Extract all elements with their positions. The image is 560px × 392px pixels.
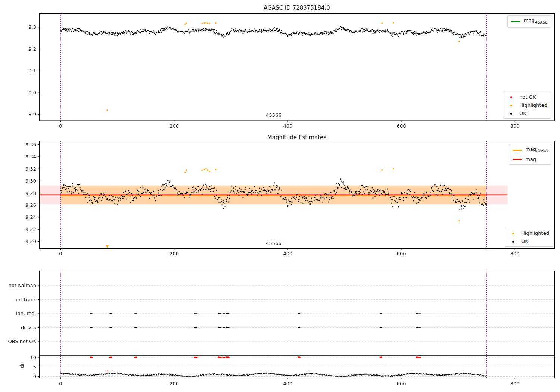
figure-canvas xyxy=(0,0,560,392)
dr-tick-label: 10 xyxy=(14,355,36,360)
plot2-ytick-label: 9.20 xyxy=(14,239,36,244)
legend-label-sub: AGASC xyxy=(535,20,548,24)
legend-label-main: mag xyxy=(525,146,536,152)
highlighted-marker-swatch xyxy=(510,105,512,106)
plot3-xtick-label: 600 xyxy=(392,381,411,386)
flag-category-label: not Kalman xyxy=(2,283,36,288)
legend-plot1-markers: not OK Highlighted OK xyxy=(503,92,551,119)
plot1-xtick-label: 400 xyxy=(279,123,297,129)
plot2-ytick-label: 9.26 xyxy=(14,202,36,208)
highlighted-legend-label: Highlighted xyxy=(519,102,547,109)
plot1-ytick-label: 9.2 xyxy=(14,46,36,52)
mag-obsid-legend-label: magOBSID xyxy=(525,146,548,155)
plot3-xtick-label: 0 xyxy=(52,381,70,386)
plot2-obsid-annotation: 45566 xyxy=(255,240,292,246)
plot1-ytick-label: 8.9 xyxy=(14,112,36,117)
legend-row: OK xyxy=(507,110,547,117)
highlighted-marker-swatch xyxy=(512,233,514,234)
mag-agasc-legend-label: magAGASC xyxy=(524,17,547,26)
dr-tick-label: 5 xyxy=(14,364,36,370)
legend-label-sub: OBSID xyxy=(536,149,548,153)
swatch-cell xyxy=(507,113,516,115)
plot1-obsid-annotation: 45566 xyxy=(255,112,292,118)
plot2-ytick-label: 9.30 xyxy=(14,178,36,184)
plot1-ytick-label: 9.3 xyxy=(14,24,36,30)
legend-row: mag xyxy=(513,156,548,163)
legend-row: Highlighted xyxy=(508,230,549,237)
mag-legend-label: mag xyxy=(525,156,536,163)
ok-marker-swatch xyxy=(512,241,514,243)
plot1-ytick-label: 9.1 xyxy=(14,68,36,74)
mag-line-swatch xyxy=(513,159,522,160)
figure: AGASC ID 728375184.0 Magnitude Estimates… xyxy=(0,0,560,392)
flag-category-label: Ion. rad. xyxy=(2,311,36,316)
plot2-title: Magnitude Estimates xyxy=(39,134,554,141)
plot2-ytick-label: 9.32 xyxy=(14,166,36,172)
legend-row: magOBSID xyxy=(513,146,548,155)
plot2-xtick-label: 800 xyxy=(505,251,524,256)
plot2-ytick-label: 9.22 xyxy=(14,227,36,232)
plot1-xtick-label: 0 xyxy=(52,123,70,129)
highlighted-legend-label: Highlighted xyxy=(521,230,549,237)
ok-marker-swatch xyxy=(510,113,512,115)
legend-row: magAGASC xyxy=(511,17,547,26)
flag-category-label: dr > 5 xyxy=(2,325,36,330)
ok-legend-label: OK xyxy=(521,238,528,245)
legend-mag-lines: magOBSID mag xyxy=(509,144,551,165)
legend-mag-agasc: magAGASC xyxy=(507,15,551,28)
plot1-title: AGASC ID 728375184.0 xyxy=(39,4,554,11)
swatch-cell xyxy=(508,241,518,243)
plot3-xtick-label: 200 xyxy=(165,381,184,386)
legend-row: Highlighted xyxy=(507,102,547,109)
plot2-ytick-label: 9.34 xyxy=(14,154,36,159)
plot2-ytick-label: 9.28 xyxy=(14,190,36,196)
legend-plot2-markers: Highlighted OK xyxy=(505,228,553,247)
swatch-cell xyxy=(507,96,516,98)
mag-agasc-line-swatch xyxy=(511,21,520,22)
dr-tick-label: 0 xyxy=(14,374,36,379)
swatch-cell xyxy=(508,233,518,234)
plot2-ytick-label: 9.24 xyxy=(14,214,36,220)
legend-row: OK xyxy=(508,238,549,245)
plot2-ytick-label: 9.36 xyxy=(14,142,36,147)
not-ok-marker-swatch xyxy=(510,96,512,98)
plot2-xtick-label: 600 xyxy=(392,251,411,256)
plot3-xtick-label: 800 xyxy=(505,381,524,386)
plot2-xtick-label: 400 xyxy=(279,251,297,256)
swatch-cell xyxy=(507,105,516,106)
plot2-xtick-label: 200 xyxy=(165,251,184,256)
plot3-xtick-label: 400 xyxy=(279,381,297,386)
legend-label-main: mag xyxy=(524,18,535,23)
plot1-xtick-label: 600 xyxy=(392,123,411,129)
not-ok-legend-label: not OK xyxy=(519,94,536,100)
plot1-ytick-label: 9.0 xyxy=(14,90,36,96)
plot1-xtick-label: 200 xyxy=(165,123,184,129)
flag-category-label: not track xyxy=(2,297,36,302)
ok-legend-label: OK xyxy=(519,110,526,117)
mag-obsid-line-swatch xyxy=(513,150,522,151)
plot2-xtick-label: 0 xyxy=(52,251,70,256)
plot1-xtick-label: 800 xyxy=(505,123,524,129)
flag-category-label: OBS not OK xyxy=(2,339,36,344)
legend-row: not OK xyxy=(507,94,547,100)
